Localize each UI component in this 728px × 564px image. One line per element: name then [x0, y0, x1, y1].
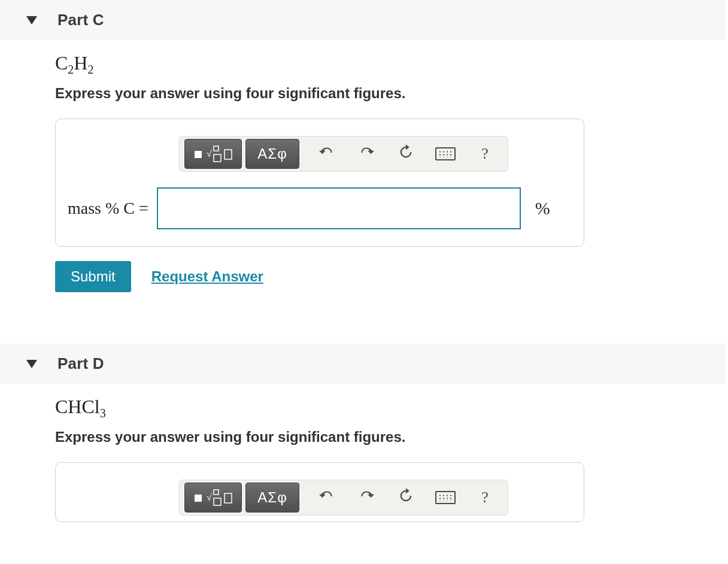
part-header[interactable]: Part C — [0, 0, 726, 40]
help-button[interactable]: ? — [467, 483, 503, 512]
instruction-text: Express your answer using four significa… — [55, 429, 728, 445]
part-body: CHCl3 Express your answer using four sig… — [0, 384, 728, 546]
answer-box: √ ΑΣφ — [55, 462, 584, 522]
svg-rect-1 — [195, 151, 202, 158]
keyboard-icon — [435, 147, 456, 160]
redo-icon — [359, 144, 374, 164]
svg-rect-7 — [195, 495, 202, 502]
svg-rect-3 — [214, 146, 219, 151]
help-icon: ? — [481, 489, 489, 507]
math-templates-button[interactable]: √ — [184, 483, 242, 513]
svg-marker-0 — [26, 16, 37, 25]
instruction-text: Express your answer using four significa… — [55, 85, 728, 102]
equation-toolbar: √ ΑΣφ — [179, 480, 508, 516]
equation-toolbar: √ ΑΣφ — [179, 136, 508, 172]
svg-text:√: √ — [207, 492, 212, 502]
part-header[interactable]: Part D — [0, 344, 726, 384]
greek-letters-button[interactable]: ΑΣφ — [245, 139, 299, 169]
keyboard-button[interactable] — [427, 140, 463, 168]
input-label: mass % C = — [68, 199, 148, 218]
collapse-icon[interactable] — [26, 16, 37, 25]
chemical-formula: CHCl3 — [55, 396, 728, 418]
request-answer-link[interactable]: Request Answer — [151, 268, 263, 285]
reset-icon — [398, 144, 414, 165]
greek-label: ΑΣφ — [257, 145, 287, 162]
part-d: Part D CHCl3 Express your answer using f… — [0, 344, 728, 546]
svg-rect-5 — [225, 150, 232, 159]
reset-button[interactable] — [388, 483, 424, 512]
keyboard-button[interactable] — [427, 483, 463, 512]
part-title: Part D — [57, 354, 104, 372]
action-row: Submit Request Answer — [55, 261, 728, 292]
answer-input-row: mass % C = % — [68, 187, 569, 229]
chemical-formula: C2H2 — [55, 52, 728, 74]
part-c: Part C C2H2 Express your answer using fo… — [0, 0, 728, 316]
part-body: C2H2 Express your answer using four sign… — [0, 40, 728, 316]
svg-text:√: √ — [207, 148, 212, 159]
svg-rect-11 — [225, 493, 232, 503]
undo-icon — [319, 144, 335, 164]
redo-button[interactable] — [348, 140, 384, 168]
greek-letters-button[interactable]: ΑΣφ — [245, 483, 299, 513]
submit-button[interactable]: Submit — [55, 261, 131, 292]
undo-icon — [319, 488, 335, 508]
collapse-icon[interactable] — [26, 360, 37, 368]
keyboard-icon — [435, 491, 456, 504]
reset-icon — [398, 487, 414, 508]
unit-label: % — [535, 198, 550, 219]
help-button[interactable]: ? — [467, 140, 503, 168]
undo-button[interactable] — [309, 483, 345, 512]
svg-rect-10 — [214, 498, 221, 505]
redo-icon — [359, 488, 374, 508]
answer-input[interactable] — [157, 187, 521, 229]
math-templates-button[interactable]: √ — [184, 139, 242, 169]
svg-marker-6 — [26, 360, 37, 368]
undo-button[interactable] — [309, 140, 345, 168]
redo-button[interactable] — [348, 483, 384, 512]
help-icon: ? — [481, 145, 489, 163]
svg-rect-4 — [214, 154, 221, 162]
svg-rect-9 — [214, 490, 219, 495]
answer-box: √ ΑΣφ — [55, 119, 584, 247]
reset-button[interactable] — [388, 140, 424, 168]
part-title: Part C — [57, 11, 104, 29]
greek-label: ΑΣφ — [257, 489, 287, 506]
